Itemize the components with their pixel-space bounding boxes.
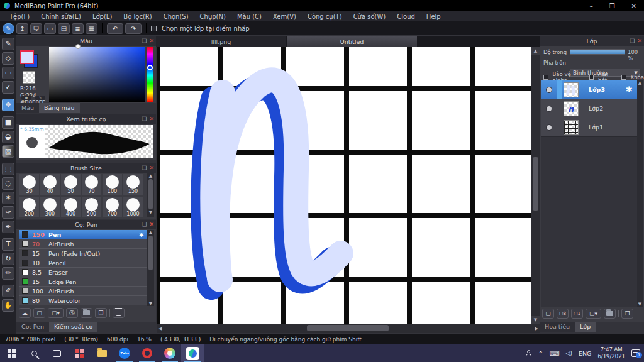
brush-size-option[interactable]: 40 xyxy=(40,173,60,195)
close-icon[interactable]: ✕ xyxy=(149,220,154,229)
brush-size-option[interactable]: 500 xyxy=(81,196,102,218)
tab-navigator[interactable]: Hoa tiêu xyxy=(540,322,575,332)
brush-row-watercolor[interactable]: 80 Watercolor xyxy=(19,296,147,305)
duplicate-layer-icon[interactable]: ❐ xyxy=(621,309,633,319)
select-layer-checkbox[interactable] xyxy=(151,26,157,31)
chat-bubble-icon[interactable]: ▭ xyxy=(44,23,56,34)
document-icon[interactable]: ▤ xyxy=(58,23,70,34)
brush-size-option[interactable]: 400 xyxy=(60,196,81,218)
select-eraser-tool-icon[interactable]: ✒ xyxy=(2,221,14,233)
scroll-down-icon[interactable]: ▼ xyxy=(531,316,540,324)
tab-brush-list[interactable]: Cọ: Pen xyxy=(16,322,49,332)
polyline-tool-icon[interactable]: ✓ xyxy=(2,81,14,94)
close-icon[interactable]: ✕ xyxy=(149,114,154,124)
brush-settings-gear-icon[interactable]: ✱ xyxy=(139,231,144,238)
brush-size-option[interactable]: 100 xyxy=(102,173,123,195)
redo-button[interactable]: ↷ xyxy=(125,23,142,34)
layer-row-lop2[interactable]: n Lớp2 xyxy=(541,99,638,118)
popout-icon[interactable]: ❏ xyxy=(142,220,147,229)
people-icon[interactable] xyxy=(526,350,532,356)
brush-row-pen[interactable]: 150 Pen ✱ xyxy=(19,230,147,239)
layer-visibility-icon[interactable] xyxy=(547,106,552,111)
paint-app-button[interactable] xyxy=(158,344,181,362)
foreground-color-swatch[interactable] xyxy=(20,50,34,64)
add-brush-icon[interactable]: ▢ xyxy=(33,308,45,318)
brush-row-airbrush2[interactable]: 100 AirBrush xyxy=(19,287,147,296)
popout-icon[interactable]: ❏ xyxy=(142,36,147,46)
brush-row-pen-fade[interactable]: 15 Pen (Fade In/Out) xyxy=(19,249,147,258)
close-icon[interactable]: ✕ xyxy=(637,36,642,46)
close-icon[interactable]: ✕ xyxy=(149,36,154,46)
alpha-lock-checkbox[interactable] xyxy=(543,75,548,80)
divide-tool-icon[interactable]: ✏ xyxy=(2,267,14,280)
restore-button[interactable]: ❐ xyxy=(609,3,615,9)
eraser-tool-icon[interactable]: ◇ xyxy=(2,52,14,65)
brush-size-scrollbar[interactable]: ▲ ▼ xyxy=(147,173,154,217)
menu-file[interactable]: Tệp(F) xyxy=(4,13,35,20)
brush-folder-icon[interactable] xyxy=(80,308,92,318)
scroll-up-icon[interactable]: ▲ xyxy=(147,230,154,235)
delete-brush-icon[interactable] xyxy=(113,308,125,318)
notification-icon[interactable]: 1 xyxy=(631,349,640,357)
zalo-app-button[interactable]: Zalo xyxy=(113,344,136,362)
menu-filter[interactable]: Bộ lọc(R) xyxy=(118,13,157,20)
duplicate-brush-icon[interactable]: ❐ xyxy=(95,308,107,318)
text-tool-icon[interactable]: T xyxy=(2,238,14,251)
layer-row-lop1[interactable]: Lớp1 xyxy=(541,118,638,137)
upload-icon[interactable]: ↥ xyxy=(16,23,28,34)
paint-mode-icon[interactable]: ✎ xyxy=(3,23,14,34)
layer-visibility-icon[interactable] xyxy=(547,87,552,92)
cloud-brush-icon[interactable]: ☁ xyxy=(19,308,31,318)
layer-folder-icon[interactable] xyxy=(604,309,616,319)
brush-size-option[interactable]: 200 xyxy=(19,196,40,218)
canvas-hscrollbar[interactable]: ◀ ▶ xyxy=(157,324,540,333)
canvas-vscrollbar[interactable]: ▲ ▼ xyxy=(531,47,540,324)
scroll-up-icon[interactable]: ▲ xyxy=(147,173,154,178)
speaker-icon[interactable]: ◁) xyxy=(565,350,572,356)
marquee-tool-icon[interactable]: ⬚︎ xyxy=(2,163,14,175)
clipping-checkbox[interactable] xyxy=(589,75,594,80)
opacity-slider[interactable] xyxy=(570,49,625,55)
brush-row-airbrush[interactable]: 70 AirBrush xyxy=(19,239,147,249)
tray-expand-chevron-icon[interactable]: ⌃ xyxy=(538,350,543,356)
hand-tool-icon[interactable]: ✋ xyxy=(2,299,14,312)
layer-list-scrollbar[interactable]: ▲ ▼ xyxy=(637,80,643,307)
keyboard-icon[interactable]: ⌨ xyxy=(550,349,560,358)
shape-tool-icon[interactable]: ▭ xyxy=(2,67,14,79)
brush-row-pencil[interactable]: 10 Pencil xyxy=(19,258,147,268)
close-icon[interactable]: ✕ xyxy=(149,163,154,173)
popout-icon[interactable]: ❏ xyxy=(630,36,635,46)
brush-size-option[interactable]: 70 xyxy=(81,173,102,195)
menu-cloud[interactable]: Cloud xyxy=(391,13,421,20)
scroll-right-icon[interactable]: ▶ xyxy=(535,326,538,331)
clock[interactable]: 7:47 AM 6/19/2021 xyxy=(597,346,625,360)
undo-button[interactable]: ↶ xyxy=(107,23,123,34)
brush-row-edge-pen[interactable]: 15 Edge Pen xyxy=(19,277,147,287)
medibang-app-button[interactable] xyxy=(181,344,204,362)
color-pick-button[interactable]: ✎ xyxy=(35,96,45,100)
magic-wand-tool-icon[interactable]: ✶ xyxy=(2,192,14,204)
eyedropper-tool-icon[interactable]: ✐ xyxy=(2,285,14,297)
gradient-tool-icon[interactable]: ▨ xyxy=(2,145,14,158)
select-pen-tool-icon[interactable]: ✑ xyxy=(2,206,14,219)
scroll-up-icon[interactable]: ▲ xyxy=(637,80,643,85)
add-brush-menu-icon[interactable]: ▢▾ xyxy=(48,308,64,318)
brush-size-option[interactable]: 300 xyxy=(40,196,60,218)
file-explorer-button[interactable] xyxy=(91,344,113,362)
menu-layer[interactable]: Lớp(L) xyxy=(87,13,118,20)
close-button[interactable]: ✕ xyxy=(631,3,636,9)
layer-row-lop3[interactable]: Lớp3 ✱ xyxy=(541,80,638,99)
search-button[interactable] xyxy=(23,344,45,362)
tab-brush-control[interactable]: Kiểm soát cọ xyxy=(49,322,97,332)
add-layer-menu-icon[interactable]: ▢▾ xyxy=(586,309,601,319)
opera-app-button[interactable] xyxy=(136,344,158,362)
menu-select[interactable]: Chọn(S) xyxy=(158,13,194,20)
move-tool-icon[interactable]: ✥ xyxy=(2,99,14,111)
comment-bubble-icon[interactable]: 🗨︎ xyxy=(30,23,42,34)
sv-marker[interactable] xyxy=(75,44,80,49)
menu-edit[interactable]: Chỉnh sửa(E) xyxy=(35,13,87,20)
brush-size-option[interactable]: 1000 xyxy=(123,196,143,218)
lock-checkbox[interactable] xyxy=(621,75,626,80)
brush-size-option[interactable]: 700 xyxy=(102,196,123,218)
popout-icon[interactable]: ❏ xyxy=(142,163,147,173)
